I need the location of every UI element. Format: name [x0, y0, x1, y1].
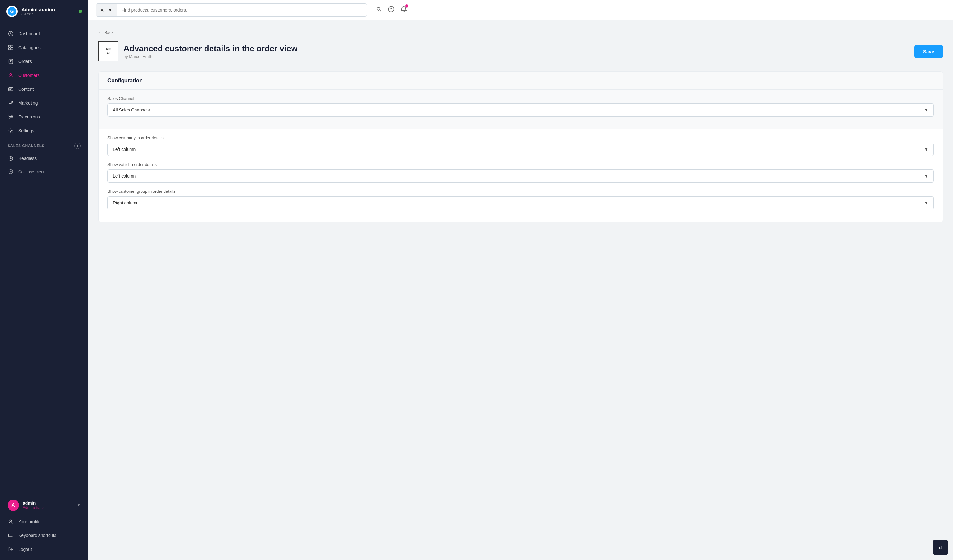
- app-name: Administration: [22, 7, 55, 12]
- configuration-title: Configuration: [107, 77, 143, 84]
- show-customer-group-field: Show customer group in order details Rig…: [107, 189, 934, 209]
- headless-icon: [8, 155, 14, 162]
- dashboard-icon: [8, 31, 14, 37]
- svg-point-12: [10, 520, 11, 521]
- sidebar-label-profile: Your profile: [18, 519, 40, 524]
- user-info: admin Administrator: [23, 500, 73, 510]
- sales-channel-field: Sales Channel All Sales Channels ▼: [107, 96, 934, 116]
- add-sales-channel-button[interactable]: +: [75, 143, 81, 149]
- sidebar-label-orders: Orders: [18, 59, 32, 64]
- svg-rect-5: [9, 59, 13, 63]
- main-area: All ▼ ← Back: [88, 0, 953, 560]
- extensions-icon: [8, 114, 14, 120]
- sidebar-item-customers[interactable]: Customers: [0, 68, 88, 82]
- logout-icon: [8, 546, 14, 552]
- orders-icon: [8, 58, 14, 65]
- sidebar-nav: Dashboard Catalogues Orders Customers Co…: [0, 23, 88, 492]
- configuration-header: Configuration: [99, 72, 942, 90]
- svg-rect-3: [8, 48, 11, 50]
- sidebar-item-orders[interactable]: Orders: [0, 54, 88, 68]
- topbar-actions: [376, 6, 407, 14]
- back-button[interactable]: ← Back: [98, 30, 943, 35]
- sidebar-label-customers: Customers: [18, 73, 40, 78]
- status-indicator: [79, 10, 82, 13]
- svg-rect-2: [11, 45, 13, 47]
- search-filter-button[interactable]: All ▼: [96, 4, 117, 16]
- collapse-menu-button[interactable]: Collapse menu: [0, 166, 88, 178]
- settings-icon: [8, 128, 14, 134]
- user-menu-button[interactable]: A admin Administrator ▼: [0, 496, 88, 515]
- content-area: ← Back ME W/ Advanced customer details i…: [88, 20, 953, 560]
- plugin-logo: ME W/: [98, 41, 118, 62]
- catalogues-icon: [8, 45, 14, 51]
- user-role: Administrator: [23, 506, 73, 510]
- sales-channels-label: Sales Channels: [8, 144, 45, 148]
- back-label: Back: [104, 30, 113, 35]
- page-header: ME W/ Advanced customer details in the o…: [98, 41, 943, 62]
- sidebar-label-extensions: Extensions: [18, 114, 40, 119]
- sidebar-item-dashboard[interactable]: Dashboard: [0, 27, 88, 41]
- svg-point-8: [12, 101, 12, 102]
- sales-channel-select[interactable]: All Sales Channels ▼: [107, 103, 934, 116]
- sales-channel-section: Sales Channel All Sales Channels ▼: [99, 90, 942, 129]
- sidebar-label-headless: Headless: [18, 156, 37, 161]
- sidebar-item-marketing[interactable]: Marketing: [0, 96, 88, 110]
- sidebar-item-content[interactable]: Content: [0, 82, 88, 96]
- sales-channels-section: Sales Channels +: [0, 138, 88, 152]
- show-company-value: Left column: [113, 147, 135, 152]
- sidebar-label-keyboard: Keyboard shortcuts: [18, 533, 56, 538]
- app-brand: Administration 6.4.20.1: [22, 7, 55, 16]
- show-vat-chevron-icon: ▼: [924, 173, 928, 179]
- show-customer-group-chevron-icon: ▼: [924, 200, 928, 205]
- sales-channel-chevron-icon: ▼: [924, 107, 928, 113]
- sidebar-item-catalogues[interactable]: Catalogues: [0, 41, 88, 54]
- configuration-card: Configuration Sales Channel All Sales Ch…: [98, 71, 943, 222]
- svg-point-14: [377, 7, 380, 11]
- app-version: 6.4.20.1: [22, 12, 55, 16]
- search-icon-button[interactable]: [376, 6, 382, 14]
- sales-channel-value: All Sales Channels: [113, 107, 150, 113]
- page-title-block: Advanced customer details in the order v…: [124, 44, 298, 59]
- back-arrow-icon: ←: [98, 30, 102, 35]
- show-company-chevron-icon: ▼: [924, 147, 928, 152]
- notification-badge: [405, 5, 408, 8]
- keyboard-icon: [8, 532, 14, 538]
- show-company-field: Show company in order details Left colum…: [107, 135, 934, 156]
- sidebar-label-catalogues: Catalogues: [18, 45, 41, 50]
- show-company-select[interactable]: Left column ▼: [107, 143, 934, 156]
- svg-rect-4: [11, 48, 13, 50]
- show-vat-select[interactable]: Left column ▼: [107, 169, 934, 183]
- sidebar-label-content: Content: [18, 87, 34, 92]
- show-customer-group-value: Right column: [113, 200, 139, 205]
- notifications-button[interactable]: [400, 6, 407, 14]
- topbar: All ▼: [88, 0, 953, 20]
- person-icon: [8, 518, 14, 525]
- filter-chevron-icon: ▼: [108, 8, 113, 12]
- svg-rect-1: [8, 45, 11, 47]
- show-customer-group-select[interactable]: Right column ▼: [107, 196, 934, 209]
- user-chevron-icon: ▼: [77, 503, 81, 507]
- sidebar-item-logout[interactable]: Logout: [0, 542, 88, 556]
- svg-point-9: [10, 130, 12, 131]
- marketing-icon: [8, 100, 14, 106]
- user-name: admin: [23, 500, 73, 506]
- sidebar-item-settings[interactable]: Settings: [0, 124, 88, 138]
- svg-point-6: [10, 74, 11, 75]
- customers-icon: [8, 72, 14, 79]
- sidebar-item-extensions[interactable]: Extensions: [0, 110, 88, 124]
- sidebar-item-profile[interactable]: Your profile: [0, 515, 88, 529]
- config-fields-section: Show company in order details Left colum…: [99, 129, 942, 222]
- sidebar-item-keyboard-shortcuts[interactable]: Keyboard shortcuts: [0, 529, 88, 542]
- sidebar-label-logout: Logout: [18, 547, 32, 552]
- collapse-menu-label: Collapse menu: [18, 169, 46, 174]
- help-icon-button[interactable]: [388, 6, 394, 14]
- sidebar-label-settings: Settings: [18, 128, 34, 133]
- show-vat-label: Show vat id in order details: [107, 162, 934, 167]
- sidebar-item-headless[interactable]: Headless: [0, 152, 88, 166]
- page-title: Advanced customer details in the order v…: [124, 44, 298, 54]
- search-input[interactable]: [117, 4, 366, 16]
- save-button[interactable]: Save: [914, 45, 943, 58]
- sidebar-footer: A admin Administrator ▼ Your profile Key…: [0, 492, 88, 560]
- sidebar: G Administration 6.4.20.1 Dashboard Cata…: [0, 0, 88, 560]
- show-vat-field: Show vat id in order details Left column…: [107, 162, 934, 183]
